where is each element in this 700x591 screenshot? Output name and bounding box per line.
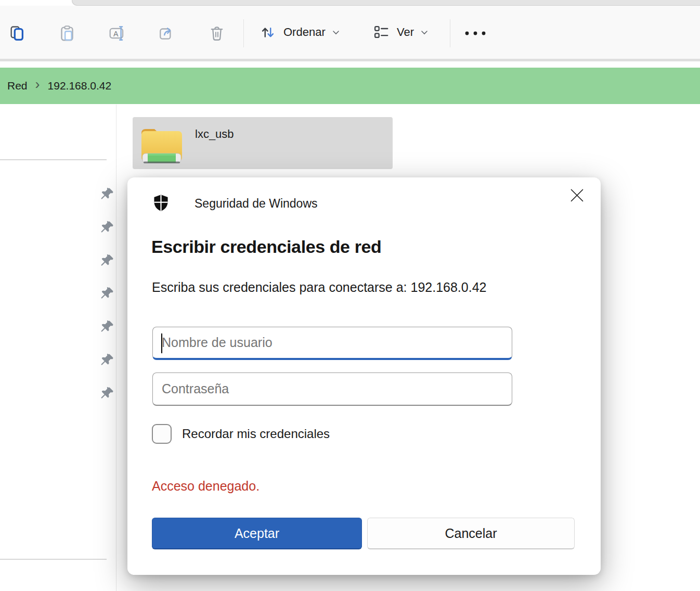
paste-button[interactable]	[50, 16, 84, 50]
windows-security-dialog: Seguridad de Windows Escribir credencial…	[127, 177, 601, 575]
breadcrumb-chevron-icon: ›	[0, 78, 1, 95]
password-input[interactable]	[152, 372, 512, 406]
chevron-down-icon	[421, 30, 428, 35]
dialog-app-title: Seguridad de Windows	[195, 197, 318, 211]
copy-button[interactable]	[1, 16, 34, 50]
remember-checkbox-label: Recordar mis credenciales	[182, 427, 330, 441]
sidebar-separator	[0, 559, 107, 560]
pin-icon[interactable]	[100, 253, 115, 268]
share-button[interactable]	[150, 16, 184, 50]
pin-icon[interactable]	[100, 352, 115, 368]
password-field-wrapper	[152, 372, 512, 406]
delete-button[interactable]	[200, 16, 234, 50]
breadcrumb-chevron-icon: ›	[35, 78, 40, 95]
pin-icon[interactable]	[100, 319, 115, 335]
file-item-lxc-usb[interactable]: lxc_usb	[133, 117, 393, 169]
svg-text:A: A	[113, 30, 119, 38]
close-icon	[571, 189, 584, 202]
view-button[interactable]: Ver	[372, 6, 428, 59]
dialog-subtitle: Escriba sus credenciales para conectarse…	[152, 280, 486, 295]
sidebar-separator	[0, 159, 107, 160]
sidebar-content-divider	[116, 105, 116, 591]
remember-checkbox[interactable]	[152, 424, 172, 444]
more-options-button[interactable]	[459, 16, 492, 50]
sort-icon	[259, 23, 277, 41]
pin-icon[interactable]	[100, 286, 115, 301]
rename-button[interactable]: A	[100, 16, 134, 50]
username-field-wrapper	[152, 327, 512, 360]
file-item-label: lxc_usb	[195, 127, 234, 141]
shield-icon	[152, 193, 170, 213]
toolbar-divider	[243, 19, 244, 47]
toolbar-divider	[450, 19, 450, 47]
close-button[interactable]	[563, 182, 590, 209]
delete-icon	[208, 24, 226, 42]
shared-folder-icon	[139, 123, 184, 164]
sort-button[interactable]: Ordenar	[259, 6, 340, 59]
copy-icon	[8, 24, 26, 42]
sort-label: Ordenar	[283, 25, 326, 39]
accept-button[interactable]: Aceptar	[152, 518, 362, 549]
share-icon	[158, 24, 176, 42]
remember-credentials-row[interactable]: Recordar mis credenciales	[152, 424, 330, 444]
paste-icon	[58, 24, 76, 42]
text-caret	[161, 333, 162, 353]
chevron-down-icon	[332, 30, 340, 35]
cancel-button[interactable]: Cancelar	[367, 518, 575, 549]
file-explorer-window: A Ordenar	[0, 0, 700, 591]
view-label: Ver	[397, 25, 414, 39]
pin-icon[interactable]	[100, 186, 115, 202]
pin-icon[interactable]	[100, 386, 115, 401]
address-bar[interactable]: › Red › 192.168.0.42	[0, 68, 700, 104]
rename-icon: A	[108, 24, 126, 42]
view-icon	[372, 23, 390, 41]
username-input[interactable]	[152, 327, 512, 360]
tab-strip	[72, 0, 700, 6]
breadcrumb-item-host[interactable]: 192.168.0.42	[48, 80, 112, 92]
dialog-title: Escribir credenciales de red	[151, 237, 381, 257]
breadcrumb-item-red[interactable]: Red	[7, 80, 28, 92]
command-bar: A Ordenar	[0, 6, 700, 61]
more-options-icon	[464, 31, 486, 36]
error-message: Acceso denegado.	[152, 479, 260, 494]
pin-icon[interactable]	[100, 220, 115, 235]
